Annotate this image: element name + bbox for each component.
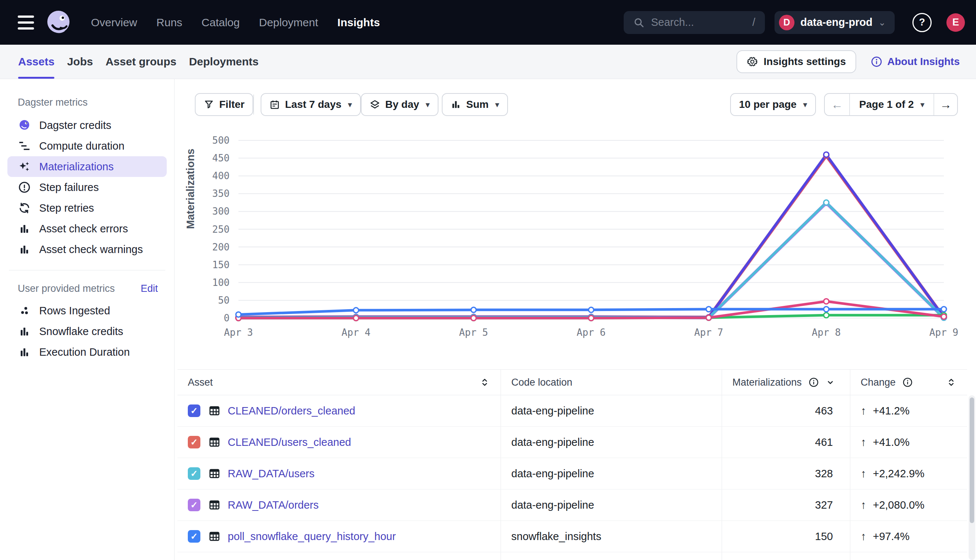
sidebar-item-materializations[interactable]: Materializations <box>7 156 167 177</box>
tab-assets[interactable]: Assets <box>18 45 54 79</box>
sidebar-item-compute-duration[interactable]: Compute duration <box>7 135 167 156</box>
aggregation-button[interactable]: Sum ▾ <box>442 93 508 116</box>
table-header-row: Asset Code location Materializations <box>177 370 967 395</box>
asset-cell: ✓ CLEANED/users_cleaned <box>177 427 501 458</box>
layers-icon <box>370 99 380 110</box>
svg-text:200: 200 <box>212 242 230 253</box>
code-location-cell: data-eng-pipeline <box>501 490 722 520</box>
sidebar-item-asset-check-warnings[interactable]: Asset check warnings <box>7 239 167 260</box>
sidebar-item-rows-ingested[interactable]: Rows Ingested <box>7 300 167 321</box>
tab-jobs[interactable]: Jobs <box>67 45 93 79</box>
asset-cell: ✓ <box>177 552 501 560</box>
gear-icon <box>747 56 758 67</box>
y-axis-title: Materializations <box>184 148 197 229</box>
materializations-cell: 461 <box>722 427 850 458</box>
dagster-logo-icon[interactable] <box>44 8 72 37</box>
tab-asset-groups[interactable]: Asset groups <box>105 45 176 79</box>
svg-text:100: 100 <box>212 277 230 288</box>
edit-metrics-link[interactable]: Edit <box>140 283 158 294</box>
filter-button[interactable]: Filter <box>195 93 253 116</box>
svg-text:150: 150 <box>212 259 230 270</box>
asset-link[interactable]: RAW_DATA/orders <box>228 499 319 511</box>
materializations-cell: 463 <box>722 395 850 426</box>
column-header-asset[interactable]: Asset <box>177 370 501 395</box>
column-header-change[interactable]: Change <box>850 370 967 395</box>
series-checkbox[interactable]: ✓ <box>188 530 201 543</box>
asset-cell: ✓ CLEANED/orders_cleaned <box>177 395 501 426</box>
sidebar-item-snowflake-credits[interactable]: Snowflake credits <box>7 321 167 342</box>
nav-catalog[interactable]: Catalog <box>202 16 239 29</box>
table-icon <box>209 468 221 480</box>
line-chart-canvas: 050100150200250300350400450500Apr 3Apr 4… <box>175 135 976 360</box>
chevron-down-icon: ▾ <box>921 100 924 109</box>
hamburger-menu-icon[interactable] <box>18 15 34 30</box>
calendar-icon <box>269 99 280 110</box>
code-location-header-label: Code location <box>511 377 572 388</box>
code-location-cell: data-eng-pipeline <box>501 395 722 426</box>
series-checkbox[interactable]: ✓ <box>188 436 201 448</box>
asset-link[interactable]: RAW_DATA/users <box>228 468 314 480</box>
code-location-cell: snowflake_insights <box>501 521 722 552</box>
next-page-button[interactable]: → <box>934 94 957 115</box>
asset-link[interactable]: CLEANED/orders_cleaned <box>228 405 355 417</box>
page-selector[interactable]: Page 1 of 2 ▾ <box>849 94 934 115</box>
sidebar-item-label: Step failures <box>39 182 99 193</box>
sidebar-item-step-failures[interactable]: Step failures <box>7 177 167 198</box>
insights-tabs: Assets Jobs Asset groups Deployments <box>18 45 259 79</box>
granularity-button[interactable]: By day ▾ <box>361 93 438 116</box>
asset-link[interactable]: CLEANED/users_cleaned <box>228 436 351 448</box>
asset-link[interactable]: poll_snowflake_query_history_hour <box>228 530 396 543</box>
nav-deployment[interactable]: Deployment <box>259 16 318 29</box>
series-checkbox[interactable]: ✓ <box>188 405 201 417</box>
nav-runs[interactable]: Runs <box>156 16 182 29</box>
per-page-label: 10 per page <box>739 98 797 110</box>
info-icon <box>902 377 913 387</box>
insights-subnav: Assets Jobs Asset groups Deployments Ins… <box>0 45 976 79</box>
per-page-button[interactable]: 10 per page ▾ <box>730 93 816 116</box>
dots-icon <box>18 304 31 317</box>
deployment-switcher[interactable]: D data-eng-prod ⌄ <box>774 11 895 34</box>
nav-insights[interactable]: Insights <box>338 16 380 29</box>
series-checkbox[interactable]: ✓ <box>188 467 201 480</box>
change-cell: ↑ +2,080.0% <box>850 490 967 520</box>
scrollbar-thumb[interactable] <box>970 397 974 523</box>
change-cell: ↑ +97.4% <box>850 521 967 552</box>
bar-chart-icon <box>18 243 31 256</box>
trend-up-icon: ↑ <box>861 405 866 417</box>
svg-text:Apr 9: Apr 9 <box>929 327 958 338</box>
funnel-icon <box>204 99 214 110</box>
help-button[interactable]: ? <box>912 13 932 32</box>
pagination-control: ← Page 1 of 2 ▾ → <box>824 93 958 116</box>
column-header-materializations[interactable]: Materializations <box>722 370 850 395</box>
user-provided-metrics-label: User provided metrics <box>18 283 140 294</box>
trend-up-icon: ↑ <box>861 467 866 480</box>
asset-cell: ✓ RAW_DATA/users <box>177 458 501 489</box>
bar-chart-icon <box>18 345 31 359</box>
sidebar-item-step-retries[interactable]: Step retries <box>7 198 167 218</box>
chevron-down-icon: ⌄ <box>878 17 886 28</box>
tab-deployments[interactable]: Deployments <box>189 45 258 79</box>
asset-header-label: Asset <box>188 377 213 388</box>
user-avatar[interactable]: E <box>946 13 965 32</box>
table-row: ✓ poll_snowflake_query_history_hour snow… <box>177 521 967 552</box>
nav-overview[interactable]: Overview <box>91 16 137 29</box>
sidebar-item-asset-check-errors[interactable]: Asset check errors <box>7 218 167 239</box>
sidebar-item-dagster-credits[interactable]: Dagster credits <box>7 115 167 135</box>
search-input[interactable]: Search... / <box>624 11 765 34</box>
chevron-down-icon: ▾ <box>803 100 807 109</box>
bar-chart-icon <box>451 99 461 110</box>
insights-settings-button[interactable]: Insights settings <box>737 50 856 73</box>
sidebar-item-execution-duration[interactable]: Execution Duration <box>7 342 167 362</box>
trend-up-icon: ↑ <box>861 499 866 511</box>
previous-page-button[interactable]: ← <box>825 94 849 115</box>
svg-text:Apr 8: Apr 8 <box>812 327 841 338</box>
date-range-button[interactable]: Last 7 days ▾ <box>261 93 361 116</box>
column-header-code-location[interactable]: Code location <box>501 370 722 395</box>
table-icon <box>209 530 221 542</box>
search-shortcut-hint: / <box>752 16 755 28</box>
series-checkbox[interactable]: ✓ <box>188 499 201 511</box>
sidebar-item-label: Execution Duration <box>39 346 130 358</box>
chart-toolbar: Filter Last 7 days ▾ By day <box>175 93 976 117</box>
about-insights-link[interactable]: About Insights <box>871 56 960 68</box>
chevron-down-icon: ▾ <box>495 100 499 109</box>
